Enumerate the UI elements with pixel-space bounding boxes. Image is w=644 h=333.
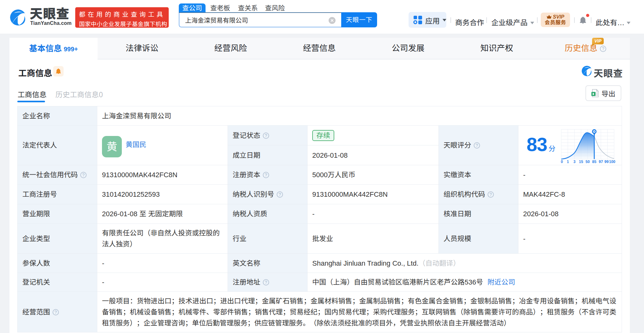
svg-text:0: 0 xyxy=(561,160,563,164)
svg-text:100: 100 xyxy=(609,160,615,164)
svg-text:85: 85 xyxy=(592,160,596,164)
svg-text:50: 50 xyxy=(585,160,590,164)
svg-text:15: 15 xyxy=(579,160,583,164)
svg-text:99: 99 xyxy=(604,160,609,164)
svg-text:1: 1 xyxy=(567,160,569,164)
svg-text:97: 97 xyxy=(599,160,603,164)
svg-text:3: 3 xyxy=(573,160,576,164)
